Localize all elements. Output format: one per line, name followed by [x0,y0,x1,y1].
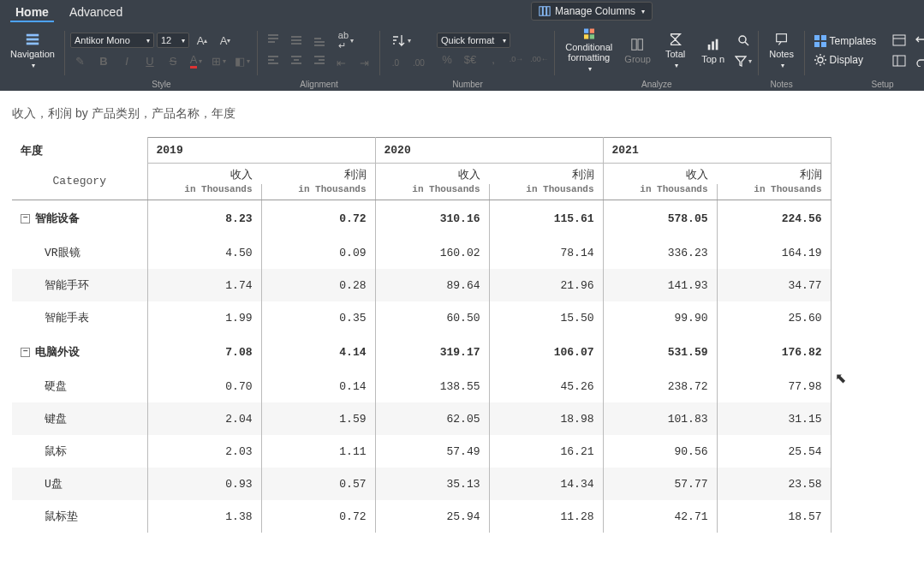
value-cell[interactable]: 25.54 [717,435,831,468]
value-cell[interactable]: 11.28 [489,500,603,533]
value-cell[interactable]: 57.49 [375,435,489,468]
year-col-header[interactable]: 2021 [603,138,831,164]
category-name[interactable]: 智能设备 [35,211,80,226]
value-cell[interactable]: 78.14 [489,236,603,269]
value-cell[interactable]: 1.11 [261,435,375,468]
strike-button[interactable]: S [163,51,183,70]
filter-button[interactable]: ▾ [733,51,754,70]
templates-button[interactable]: Templates [810,33,887,50]
inc-dec-button[interactable]: .00← [529,50,550,69]
total-cell[interactable]: 531.59 [603,334,717,370]
measure-header[interactable]: 收入 [147,164,261,185]
align-right-button[interactable] [309,51,330,70]
display-button[interactable]: Display [810,51,887,69]
quick-format-select[interactable]: Quick format▾ [437,33,510,48]
outdent-button[interactable]: ⇤ [331,53,352,72]
value-cell[interactable]: 0.93 [147,468,261,500]
value-cell[interactable]: 1.74 [147,269,261,301]
sort-button[interactable]: ▾ [385,29,416,51]
total-button[interactable]: Total▾ [658,26,694,75]
total-cell[interactable]: 115.61 [489,200,603,237]
value-cell[interactable]: 0.70 [147,370,261,402]
total-cell[interactable]: 578.05 [603,200,717,237]
layout1-button[interactable] [889,31,909,50]
value-cell[interactable]: 0.57 [261,468,375,500]
redo-button[interactable] [912,51,924,70]
percent-button[interactable]: % [437,50,457,69]
value-cell[interactable]: 25.60 [717,301,831,334]
value-cell[interactable]: 1.99 [147,301,261,334]
notes-button[interactable]: Notes▾ [764,26,800,75]
value-cell[interactable]: 336.23 [603,236,717,269]
align-top-button[interactable] [263,31,283,50]
value-cell[interactable]: 18.57 [717,500,831,533]
tab-advanced[interactable]: Advanced [59,2,133,21]
value-cell[interactable]: 14.34 [489,468,603,500]
total-cell[interactable]: 106.07 [489,334,603,370]
value-cell[interactable]: 164.19 [717,236,831,269]
currency-button[interactable]: $€ [460,50,480,69]
paintbrush-button[interactable]: ✎ [70,51,91,70]
total-cell[interactable]: 319.17 [375,334,489,370]
value-cell[interactable]: 35.13 [375,468,489,500]
value-cell[interactable]: 1.59 [261,402,375,435]
value-cell[interactable]: 0.35 [261,301,375,334]
conditional-formatting-button[interactable]: Conditionalformatting ▾ [560,26,618,75]
measure-header[interactable]: 利润 [489,164,603,185]
item-name[interactable]: 智能手环 [12,269,147,301]
align-bottom-button[interactable] [309,31,330,50]
increase-font-button[interactable]: A▴ [192,31,212,50]
measure-header[interactable]: 收入 [375,164,489,185]
total-cell[interactable]: 224.56 [717,200,831,237]
topn-button[interactable]: Top n [695,26,731,75]
align-center-button[interactable] [286,51,307,70]
value-cell[interactable]: 138.55 [375,370,489,402]
wrap-text-button[interactable]: ab↵▾ [331,29,361,51]
indent-button[interactable]: ⇥ [355,53,375,72]
value-cell[interactable]: 2.04 [147,402,261,435]
value-cell[interactable]: 0.28 [261,269,375,301]
collapse-toggle[interactable]: − [21,348,30,357]
comma-button[interactable]: , [483,50,504,69]
value-cell[interactable]: 77.98 [717,370,831,402]
value-cell[interactable]: 141.93 [603,269,717,301]
item-name[interactable]: 鼠标 [12,435,147,468]
italic-button[interactable]: I [116,51,137,70]
value-cell[interactable]: 16.21 [489,435,603,468]
value-cell[interactable]: 1.38 [147,500,261,533]
value-cell[interactable]: 99.90 [603,301,717,334]
value-cell[interactable]: 90.56 [603,435,717,468]
align-middle-button[interactable] [286,31,307,50]
value-cell[interactable]: 42.71 [603,500,717,533]
undo-button[interactable] [912,31,924,50]
value-cell[interactable]: 0.72 [261,500,375,533]
layout3-button[interactable] [889,51,909,70]
item-name[interactable]: 鼠标垫 [12,500,147,533]
item-name[interactable]: 智能手表 [12,301,147,334]
total-cell[interactable]: 4.14 [261,334,375,370]
underline-button[interactable]: U [140,51,160,70]
value-cell[interactable]: 45.26 [489,370,603,402]
borders-button[interactable]: ⊞▾ [209,51,230,70]
total-cell[interactable]: 7.08 [147,334,261,370]
value-cell[interactable]: 60.50 [375,301,489,334]
manage-columns-button[interactable]: Manage Columns▾ [531,2,653,21]
navigation-button[interactable]: Navigation▾ [5,26,60,75]
increase-decimal-button[interactable]: .00 [408,53,429,72]
item-name[interactable]: VR眼镜 [12,236,147,269]
value-cell[interactable]: 89.64 [375,269,489,301]
value-cell[interactable]: 238.72 [603,370,717,402]
measure-header[interactable]: 利润 [261,164,375,185]
value-cell[interactable]: 4.50 [147,236,261,269]
bold-button[interactable]: B [93,51,114,70]
value-cell[interactable]: 0.09 [261,236,375,269]
group-button[interactable]: Group [620,26,656,75]
item-name[interactable]: 键盘 [12,402,147,435]
value-cell[interactable]: 62.05 [375,402,489,435]
search-button[interactable] [733,31,754,50]
value-cell[interactable]: 23.58 [717,468,831,500]
decrease-decimal-button[interactable]: .0 [385,53,406,72]
measure-header[interactable]: 收入 [603,164,717,185]
value-cell[interactable]: 0.14 [261,370,375,402]
value-cell[interactable]: 25.94 [375,500,489,533]
